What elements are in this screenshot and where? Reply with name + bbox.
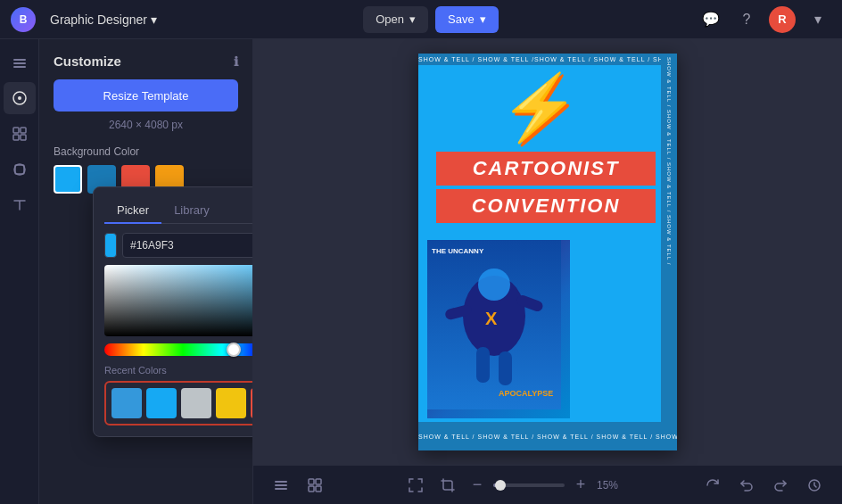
app-logo: B	[11, 7, 36, 32]
ticker-top: SHOW & TELL / SHOW & TELL /SHOW & TELL /…	[418, 54, 677, 65]
redo-icon[interactable]	[767, 472, 794, 499]
title-line-2: CONVENTION	[436, 189, 656, 223]
fit-screen-icon[interactable]	[402, 472, 429, 499]
title-box: CARTOONIST CONVENTION	[436, 152, 656, 227]
ticker-bottom-text: SHOW & TELL / SHOW & TELL / SHOW & TELL …	[418, 434, 677, 440]
canvas-main[interactable]: SHOW & TELL / SHOW & TELL /SHOW & TELL /…	[253, 39, 842, 465]
recent-swatch-3[interactable]	[181, 388, 211, 418]
bottom-bar: − + 15%	[253, 465, 842, 504]
zoom-in-button[interactable]: +	[570, 475, 591, 496]
svg-rect-8	[21, 135, 26, 140]
svg-rect-0	[13, 59, 26, 61]
svg-rect-6	[21, 128, 26, 133]
sidebar-item-shapes[interactable]	[4, 153, 36, 186]
picker-tabs: Picker Library	[104, 198, 253, 224]
svg-rect-7	[13, 135, 19, 140]
grid-toggle-icon[interactable]	[301, 472, 328, 499]
color-gradient-canvas[interactable]	[104, 265, 253, 336]
hex-row: ✏ 🔗 ⊞ +	[104, 233, 253, 258]
save-label: Save	[448, 12, 475, 26]
app-title-button[interactable]: Graphic Designer ▾	[43, 9, 164, 30]
panel-title: Customize ℹ	[54, 54, 238, 69]
hue-slider[interactable]	[104, 343, 253, 356]
undo-icon[interactable]	[733, 472, 760, 499]
tab-picker[interactable]: Picker	[104, 198, 161, 224]
recent-colors-label: Recent Colors	[104, 365, 253, 376]
svg-rect-18	[499, 351, 512, 385]
svg-text:THE UNCANNY: THE UNCANNY	[432, 247, 484, 255]
refresh-icon[interactable]	[699, 472, 726, 499]
open-button[interactable]: Open ▾	[363, 6, 428, 33]
avatar[interactable]: R	[769, 6, 796, 33]
sidebar-item-layers[interactable]	[4, 46, 36, 78]
crop-icon[interactable]	[434, 472, 461, 499]
topbar-left: B Graphic Designer ▾	[11, 7, 164, 32]
zoom-out-button[interactable]: −	[466, 475, 488, 496]
svg-rect-5	[13, 128, 19, 133]
sidebar-item-grid[interactable]	[4, 118, 36, 150]
help-button[interactable]: ?	[733, 6, 760, 33]
svg-rect-27	[309, 486, 314, 492]
layers-toggle-icon[interactable]	[268, 472, 294, 499]
chevron-down-icon: ▾	[151, 12, 157, 27]
customize-panel: Customize ℹ Resize Template 2640 × 4080 …	[39, 39, 253, 504]
recent-swatch-4[interactable]	[216, 388, 246, 418]
account-chevron-icon[interactable]: ▾	[805, 6, 831, 33]
topbar: B Graphic Designer ▾ Open ▾ Save ▾ 💬 ? R…	[0, 0, 842, 39]
lightning-bolt: ⚡	[499, 75, 580, 139]
recent-colors-box	[104, 381, 253, 426]
zoom-percentage: 15%	[597, 479, 625, 492]
open-label: Open	[376, 12, 404, 26]
svg-rect-25	[309, 479, 314, 484]
bottom-left	[268, 472, 328, 499]
svg-point-4	[18, 96, 21, 100]
title-line-1: CARTOONIST	[436, 152, 656, 186]
comic-image: MARVEL	[427, 240, 570, 418]
sidebar	[0, 39, 39, 504]
save-chevron-icon: ▾	[480, 12, 486, 26]
svg-rect-17	[476, 347, 490, 383]
hue-thumb[interactable]	[227, 343, 241, 357]
info-icon: ℹ	[234, 54, 238, 69]
save-button[interactable]: Save ▾	[435, 6, 499, 33]
svg-rect-2	[13, 66, 26, 68]
topbar-center: Open ▾ Save ▾	[363, 6, 498, 33]
main-layout: Customize ℹ Resize Template 2640 × 4080 …	[0, 39, 842, 504]
svg-rect-28	[316, 486, 321, 492]
svg-point-14	[478, 269, 510, 301]
svg-rect-24	[275, 488, 287, 490]
svg-rect-1	[13, 62, 26, 64]
hex-input[interactable]	[122, 233, 253, 258]
topbar-right: 💬 ? R ▾	[698, 6, 831, 33]
swatch-blue[interactable]	[54, 165, 82, 194]
comic-book[interactable]: MARVEL	[427, 240, 570, 418]
background-color-label: Background Color	[54, 145, 238, 158]
zoom-thumb[interactable]	[495, 480, 506, 491]
hex-color-swatch	[104, 233, 117, 258]
bottom-right	[699, 472, 828, 499]
sidebar-item-tools[interactable]	[4, 82, 36, 114]
design-canvas[interactable]: SHOW & TELL / SHOW & TELL /SHOW & TELL /…	[418, 54, 677, 450]
svg-text:X: X	[485, 309, 498, 328]
ticker-bottom: SHOW & TELL / SHOW & TELL / SHOW & TELL …	[418, 422, 677, 450]
recent-swatch-1[interactable]	[111, 388, 142, 418]
zoom-bar[interactable]	[493, 483, 565, 487]
app-title-label: Graphic Designer	[50, 12, 147, 27]
svg-rect-22	[275, 481, 287, 483]
svg-rect-26	[316, 479, 321, 484]
bottom-center: − + 15%	[402, 472, 625, 499]
tab-library[interactable]: Library	[161, 198, 222, 224]
recent-swatch-2[interactable]	[146, 388, 177, 418]
template-size: 2640 × 4080 px	[54, 119, 238, 131]
open-chevron-icon: ▾	[409, 12, 416, 26]
history-icon[interactable]	[801, 472, 828, 499]
panel-title-label: Customize	[54, 54, 121, 69]
svg-text:APOCALYPSE: APOCALYPSE	[499, 389, 553, 398]
recent-swatches	[111, 388, 253, 418]
comments-button[interactable]: 💬	[698, 6, 724, 33]
sidebar-item-text[interactable]	[4, 189, 36, 221]
svg-rect-23	[275, 484, 287, 486]
resize-template-button[interactable]: Resize Template	[54, 79, 238, 112]
canvas-area: SHOW & TELL / SHOW & TELL /SHOW & TELL /…	[253, 39, 842, 504]
svg-rect-10	[15, 165, 24, 174]
